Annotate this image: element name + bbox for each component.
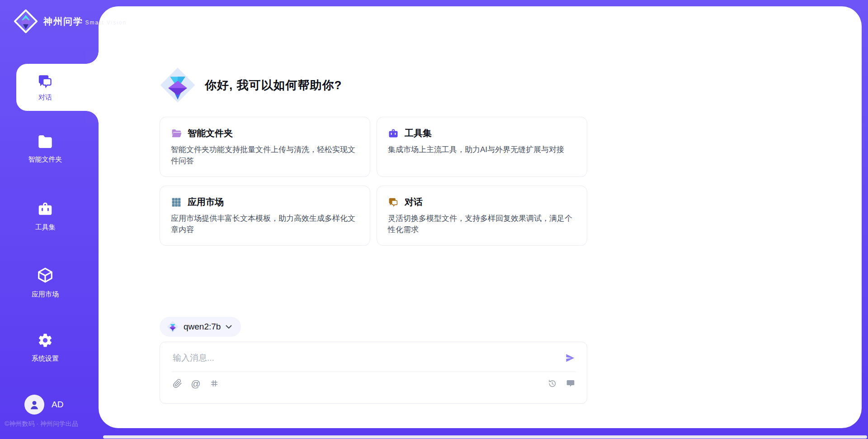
greeting-text: 你好, 我可以如何帮助你? [205, 77, 342, 93]
attachment-button[interactable] [172, 378, 183, 389]
history-button[interactable] [547, 378, 557, 389]
sidebar-item-label: 对话 [38, 93, 52, 102]
chat-icon [388, 197, 399, 208]
folder-icon [37, 134, 54, 149]
card-description: 灵活切换多模型文件，支持多样回复效果调试，满足个性化需求 [388, 213, 576, 235]
sidebar-item-settings[interactable]: 系统设置 [16, 332, 74, 363]
copyright-text: ©神州数码 · 神州问学出品 [5, 420, 78, 428]
card-title: 应用市场 [188, 196, 224, 208]
chat-bubble-icon [566, 379, 575, 388]
brand-subtitle: Smart Vision [85, 19, 127, 26]
cube-icon [37, 266, 54, 284]
card-description: 智能文件夹功能支持批量文件上传与清洗，轻松实现文件问答 [171, 144, 359, 167]
tab-fillet-bottom [86, 111, 99, 124]
sidebar-item-chat[interactable]: 对话 [16, 64, 99, 111]
feature-cards: 智能文件夹 智能文件夹功能支持批量文件上传与清洗，轻松实现文件问答 工具集 集成… [160, 117, 587, 246]
message-input[interactable] [172, 353, 564, 363]
sidebar-item-label: 系统设置 [16, 354, 74, 363]
mention-icon: @ [191, 379, 200, 388]
card-description: 应用市场提供丰富长文本模板，助力高效生成多样化文章内容 [171, 213, 359, 235]
greeting-block: 你好, 我可以如何帮助你? [160, 67, 342, 103]
paperclip-icon [173, 379, 182, 388]
card-title: 工具集 [405, 127, 432, 139]
user-initials: AD [52, 400, 63, 410]
sidebar-item-label: 智能文件夹 [16, 155, 74, 164]
model-selector[interactable]: qwen2:7b [160, 317, 241, 337]
send-button[interactable] [564, 352, 576, 364]
command-button[interactable] [209, 378, 220, 389]
sidebar-item-tools[interactable]: 工具集 [16, 201, 74, 232]
card-chat[interactable]: 对话 灵活切换多模型文件，支持多样回复效果调试，满足个性化需求 [377, 186, 587, 246]
card-title: 对话 [405, 196, 423, 208]
card-app-market[interactable]: 应用市场 应用市场提供丰富长文本模板，助力高效生成多样化文章内容 [160, 186, 370, 246]
briefcase-icon [37, 201, 54, 217]
briefcase-icon [388, 128, 399, 139]
brand-logo: 神州问学 Smart Vision [14, 9, 127, 33]
sidebar-item-label: 工具集 [16, 223, 74, 232]
card-title: 智能文件夹 [188, 127, 233, 139]
user-account[interactable]: AD [24, 395, 63, 415]
card-smart-folder[interactable]: 智能文件夹 智能文件夹功能支持批量文件上传与清洗，轻松实现文件问答 [160, 117, 370, 177]
card-toolset[interactable]: 工具集 集成市场上主流工具，助力AI与外界无缝扩展与对接 [377, 117, 587, 177]
horizontal-scrollbar[interactable] [103, 435, 867, 439]
conversation-button[interactable] [565, 378, 576, 389]
model-diamond-icon [167, 321, 179, 333]
avatar [24, 395, 44, 415]
brand-diamond-icon [14, 9, 38, 33]
send-icon [565, 353, 576, 363]
app-window: 神州问学 Smart Vision 对话 智能文件夹 [0, 0, 868, 439]
hash-icon [210, 379, 219, 388]
message-composer: @ [160, 342, 587, 404]
mention-button[interactable]: @ [190, 378, 201, 389]
gear-icon [37, 332, 53, 348]
chevron-down-icon [226, 325, 232, 329]
brand-name: 神州问学 [43, 16, 83, 26]
sidebar-item-market[interactable]: 应用市场 [16, 266, 74, 299]
tab-fillet-top [86, 51, 99, 64]
assistant-diamond-icon [160, 67, 196, 103]
sidebar-item-label: 应用市场 [16, 290, 74, 299]
history-icon [547, 379, 557, 388]
folder-open-icon [171, 129, 182, 138]
grid-icon [171, 197, 182, 208]
model-name: qwen2:7b [184, 322, 221, 332]
chat-icon [37, 73, 53, 90]
sidebar-item-folders[interactable]: 智能文件夹 [16, 134, 74, 164]
card-description: 集成市场上主流工具，助力AI与外界无缝扩展与对接 [388, 144, 576, 155]
